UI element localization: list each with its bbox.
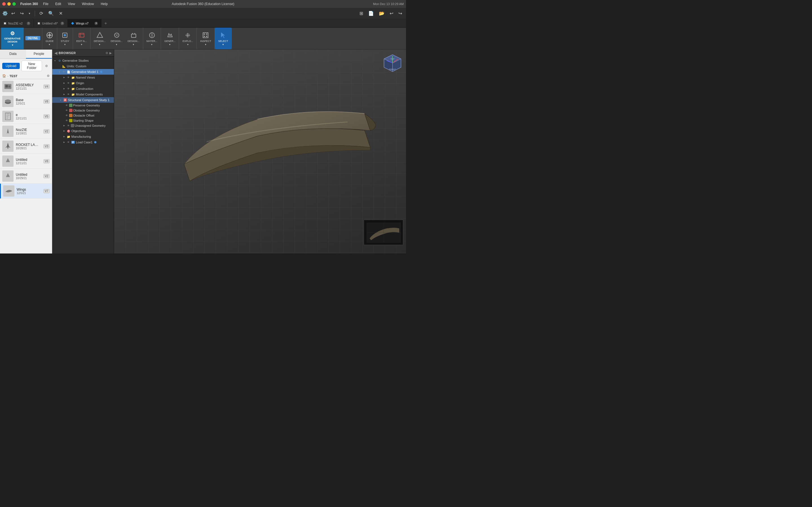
tab-wings[interactable]: 🔷 Wings v7 ✕ (68, 19, 101, 27)
tree-gen-model[interactable]: 👁 📄 Generative Model 1 (52, 69, 114, 75)
tree-obstacle-offset[interactable]: 👁 Obstacle Offset (52, 113, 114, 118)
explo-tool[interactable]: EXPLO... ▾ (180, 30, 195, 47)
tree-label-gen-studies: Generative Studies (62, 59, 89, 62)
file-item-untitled1[interactable]: Untitled 12/11/21 V8 (0, 154, 52, 169)
toolbar-expand[interactable]: ▾ (27, 11, 32, 16)
redo-history-button[interactable]: ↪ (397, 10, 404, 17)
tree-arrow-gen-studies (53, 59, 57, 62)
define-tab[interactable]: DEFINE (26, 36, 40, 40)
file-item-base[interactable]: Base 12/5/21 V8 (0, 94, 52, 109)
minimize-button[interactable] (7, 2, 11, 6)
file-item-untitled2[interactable]: Untitled 10/29/21 V2 (0, 169, 52, 184)
guide-tool[interactable]: GUIDE ▾ (43, 30, 56, 47)
file-version-untitled2[interactable]: V2 (43, 174, 50, 178)
tree-bullet-preserve (69, 104, 72, 107)
tree-unassigned-geometry[interactable]: 👁 Unassigned Geometry (52, 123, 114, 128)
file-version-nozzie[interactable]: V2 (43, 129, 50, 133)
tree-model-components[interactable]: 👁 📁 Model Components (52, 92, 114, 97)
browser-gear-icon[interactable]: ⚙ (105, 51, 108, 55)
tree-objectives[interactable]: 🎯 Objectives (52, 128, 114, 134)
redo-button[interactable]: ↪ (18, 10, 26, 17)
menu-window[interactable]: Window (80, 1, 96, 6)
breadcrumb-home-icon[interactable]: 🏠 (2, 74, 6, 78)
tree-eye-construction[interactable]: 👁 (66, 87, 70, 91)
sidebar-tab-people[interactable]: People (26, 50, 52, 59)
new-folder-button[interactable]: New Folder (21, 61, 42, 71)
browser-title: BROWSER (59, 51, 76, 55)
browser-collapse-left[interactable]: ◀ (54, 51, 57, 55)
close-search-button[interactable]: ✕ (57, 10, 64, 17)
menu-file[interactable]: File (42, 1, 50, 6)
design1-tool[interactable]: DESIGN... ▾ (92, 30, 108, 47)
tree-named-views[interactable]: 👁 📁 Named Views (52, 75, 114, 80)
new-button[interactable]: 📄 (366, 10, 375, 17)
tree-arrow-construction (62, 87, 66, 91)
sidebar-settings-icon[interactable]: ⚙ (44, 62, 50, 69)
tree-eye-preserve[interactable]: 👁 (64, 103, 68, 107)
tree-obstacle-geometry[interactable]: 👁 Obstacle Geometry (52, 108, 114, 113)
tree-eye-gen-model[interactable]: 👁 (62, 70, 66, 74)
gener-tool[interactable]: GENER... ▾ (162, 30, 178, 47)
tree-eye-origin[interactable]: 👁 (66, 81, 70, 85)
file-version-untitled1[interactable]: V8 (43, 159, 50, 163)
tree-eye-unassigned[interactable]: 👁 (66, 124, 70, 128)
file-item-nozzie[interactable]: NozZIE 11/18/21 V2 (0, 124, 52, 139)
upload-button[interactable]: Upload (2, 63, 20, 69)
tab-close-wings[interactable]: ✕ (94, 22, 98, 25)
study-tool[interactable]: STUDY ▾ (58, 30, 71, 47)
select-tool[interactable]: SELECT ▾ (216, 30, 231, 47)
tree-starting-shape[interactable]: 👁 Starting Shape (52, 118, 114, 123)
grid-view-button[interactable]: ⊞ (358, 10, 365, 17)
file-item-assembly[interactable]: ASSEMBLY 12/11/21 V4 (0, 79, 52, 94)
tree-eye-named-views[interactable]: 👁 (66, 75, 70, 79)
sidebar-tab-data[interactable]: Data (0, 50, 26, 59)
undo-button[interactable]: ↩ (10, 10, 17, 17)
mater-tool[interactable]: MATER... ▾ (144, 30, 160, 47)
tree-eye-obstacle[interactable]: 👁 (64, 108, 68, 112)
tree-arrow-gen-model (58, 70, 61, 73)
tree-load-case[interactable]: 👁 Load Case1 (52, 139, 114, 145)
file-version-wings[interactable]: V7 (43, 189, 50, 193)
open-button[interactable]: 📂 (377, 10, 386, 17)
tab-nozzie[interactable]: 🔲 NozZIE v2 ✕ (0, 19, 34, 27)
file-version-rocket[interactable]: V3 (43, 144, 50, 149)
close-button[interactable] (2, 2, 6, 6)
search-button[interactable]: 🔍 (47, 10, 56, 17)
tree-units[interactable]: 📐 Units: Custom (52, 63, 114, 69)
file-version-assembly[interactable]: V4 (43, 84, 50, 89)
file-version-e[interactable]: V5 (43, 114, 50, 119)
design3-tool[interactable]: DESIGN... ▾ (125, 30, 142, 47)
svg-point-1 (49, 34, 51, 36)
design2-tool[interactable]: DESIGN... ▾ (109, 30, 125, 47)
file-item-rocket[interactable]: ROCKET LAMP BASE 10/28/21 V3 (0, 139, 52, 154)
viewport[interactable]: FRONT TOP (114, 50, 406, 253)
tab-untitled[interactable]: 🔲 Untitled v8* ✕ (34, 19, 68, 27)
generative-design-button[interactable]: ⚙ GENERATIVEDESIGN ▾ (1, 27, 24, 49)
refresh-button[interactable]: ⟳ (38, 10, 45, 17)
menu-help[interactable]: Help (99, 1, 109, 6)
tree-origin[interactable]: 👁 📁 Origin (52, 80, 114, 86)
browser-collapse-right[interactable]: ▶ (109, 51, 112, 55)
tree-eye-model-components[interactable]: 👁 (66, 93, 70, 96)
breadcrumb-settings-icon[interactable]: ⚙ (47, 74, 50, 78)
file-item-e[interactable]: e 12/11/21 V5 (0, 109, 52, 124)
tree-construction[interactable]: 👁 📁 Construction (52, 86, 114, 92)
file-version-base[interactable]: V8 (43, 100, 50, 104)
tab-add-button[interactable]: + (101, 19, 110, 27)
undo-history-button[interactable]: ↩ (388, 10, 395, 17)
inspect-tool[interactable]: INSPECT ▾ (198, 30, 213, 47)
tree-eye-load-case[interactable]: 👁 (66, 140, 70, 144)
tree-eye-starting-shape[interactable]: 👁 (64, 119, 68, 122)
tree-generative-studies[interactable]: ⚙ Generative Studies (52, 58, 114, 63)
menu-edit[interactable]: Edit (54, 1, 63, 6)
maximize-button[interactable] (12, 2, 16, 6)
editn-tool[interactable]: EDIT N... ▾ (74, 30, 89, 47)
menu-view[interactable]: View (66, 1, 77, 6)
tree-eye-offset[interactable]: 👁 (64, 114, 68, 117)
tree-manufacturing[interactable]: 📁 Manufacturing (52, 134, 114, 139)
tree-structural-study[interactable]: Structural Component Study 1 (52, 97, 114, 103)
tab-close-nozzie[interactable]: ✕ (27, 22, 30, 25)
tab-close-untitled[interactable]: ✕ (61, 22, 64, 25)
tree-preserve-geometry[interactable]: 👁 Preserve Geometry (52, 103, 114, 108)
file-item-wings[interactable]: Wings 12/5/21 V7 (0, 184, 52, 199)
